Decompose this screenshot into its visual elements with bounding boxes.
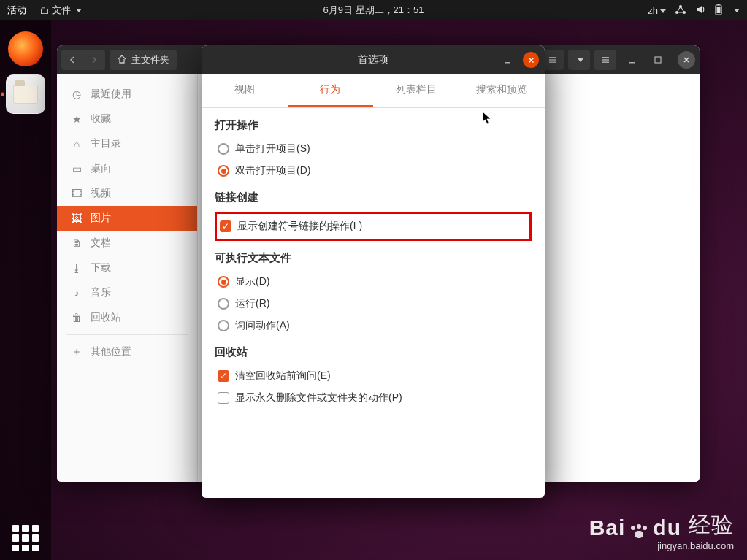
sidebar-item-starred[interactable]: ★收藏 [57, 107, 197, 131]
svg-rect-10 [602, 57, 609, 58]
network-icon[interactable] [675, 4, 686, 17]
file-manager-sidebar: ◷最近使用 ★收藏 ⌂主目录 ▭桌面 🎞视频 🖼图片 🗎文档 ⭳下载 ♪音乐 🗑… [57, 74, 198, 482]
option-label: 显示(D) [235, 275, 269, 288]
sidebar-item-label: 其他位置 [91, 345, 131, 358]
svg-rect-13 [629, 62, 635, 64]
file-menu-label: 文件 [52, 4, 71, 17]
show-applications-button[interactable] [12, 525, 39, 551]
volume-icon[interactable] [695, 4, 705, 17]
sidebar-item-label: 音乐 [91, 286, 111, 299]
window-close-button[interactable] [678, 51, 695, 69]
path-bar[interactable]: 主文件夹 [110, 50, 177, 70]
checkbox-icon: ✓ [220, 220, 231, 232]
option-label: 运行(R) [235, 297, 269, 310]
radio-icon [218, 320, 229, 331]
sidebar-item-label: 回收站 [91, 311, 121, 324]
radio-icon [218, 298, 229, 310]
dialog-close-button[interactable] [523, 52, 539, 68]
option-label: 双击打开项目(D) [235, 164, 310, 177]
watermark-brand-b: du [653, 515, 681, 540]
file-menu[interactable]: 🗀 文件 [39, 4, 82, 17]
radio-display[interactable]: 显示(D) [215, 272, 532, 291]
documents-icon: 🗎 [70, 237, 83, 249]
top-panel: 活动 🗀 文件 6月9日 星期二，21：51 zh [0, 0, 747, 20]
downloads-icon: ⭳ [70, 262, 83, 274]
checkbox-show-symlink[interactable]: ✓显示创建符号链接的操作(L) [220, 218, 526, 234]
svg-rect-11 [602, 59, 609, 61]
option-label: 询问动作(A) [235, 319, 290, 332]
radio-icon [218, 165, 229, 177]
svg-rect-9 [549, 61, 556, 63]
checkbox-icon [218, 392, 229, 404]
activities-button[interactable]: 活动 [7, 4, 26, 17]
tab-list-columns[interactable]: 列表栏目 [373, 74, 459, 107]
path-label: 主文件夹 [131, 53, 169, 66]
window-minimize-button[interactable] [621, 50, 643, 70]
sidebar-item-label: 图片 [91, 212, 111, 225]
svg-rect-12 [602, 61, 609, 63]
watermark-brand-c: 经验 [689, 510, 734, 540]
view-toggle-button[interactable] [542, 50, 564, 70]
option-label: 清空回收站前询问(E) [235, 369, 331, 383]
clock-icon: ◷ [70, 88, 83, 100]
tab-behavior[interactable]: 行为 [288, 74, 374, 107]
sidebar-item-pictures[interactable]: 🖼图片 [57, 206, 197, 231]
sidebar-item-label: 桌面 [91, 162, 111, 175]
option-label: 显示永久删除文件或文件夹的动作(P) [235, 391, 402, 404]
sidebar-item-home[interactable]: ⌂主目录 [57, 131, 197, 156]
sidebar-item-videos[interactable]: 🎞视频 [57, 181, 197, 206]
nav-forward-button[interactable] [83, 50, 105, 70]
firefox-icon [8, 31, 43, 66]
datetime-label[interactable]: 6月9日 星期二，21：51 [323, 4, 424, 17]
svg-rect-5 [717, 7, 721, 13]
sidebar-item-recent[interactable]: ◷最近使用 [57, 82, 197, 107]
watermark: Bai du 经验 jingyan.baidu.com [589, 510, 734, 551]
input-method-indicator[interactable]: zh [648, 5, 666, 16]
nav-back-button[interactable] [61, 50, 83, 70]
view-dropdown-button[interactable] [568, 50, 590, 70]
checkbox-show-delete[interactable]: 显示永久删除文件或文件夹的动作(P) [215, 388, 532, 407]
music-icon: ♪ [70, 287, 83, 299]
preferences-headerbar: 首选项 [202, 45, 545, 74]
preferences-title: 首选项 [358, 53, 388, 66]
sidebar-item-desktop[interactable]: ▭桌面 [57, 156, 197, 181]
trash-icon: 🗑 [70, 312, 83, 323]
dock-firefox[interactable] [6, 29, 45, 69]
dialog-minimize-button[interactable] [499, 52, 516, 68]
sidebar-item-label: 主目录 [91, 137, 121, 150]
radio-double-click[interactable]: 双击打开项目(D) [215, 161, 532, 180]
sidebar-item-label: 文档 [91, 237, 111, 250]
svg-rect-4 [718, 4, 720, 5]
plus-icon: ＋ [70, 345, 83, 358]
sidebar-item-trash[interactable]: 🗑回收站 [57, 305, 197, 330]
preferences-tabs: 视图 行为 列表栏目 搜索和预览 [202, 74, 545, 108]
section-title-executable: 可执行文本文件 [215, 251, 532, 265]
window-maximize-button[interactable] [647, 50, 669, 70]
dock-files[interactable] [6, 74, 45, 114]
checkbox-ask-empty-trash[interactable]: ✓清空回收站前询问(E) [215, 367, 532, 386]
tab-view[interactable]: 视图 [202, 74, 288, 107]
video-icon: 🎞 [70, 188, 83, 199]
sidebar-item-label: 最近使用 [91, 88, 131, 101]
separator [66, 334, 188, 335]
sidebar-item-other-locations[interactable]: ＋其他位置 [57, 340, 197, 364]
radio-run[interactable]: 运行(R) [215, 294, 532, 313]
sidebar-item-documents[interactable]: 🗎文档 [57, 231, 197, 256]
section-title-trash: 回收站 [215, 345, 532, 359]
section-title-link-creation: 链接创建 [215, 191, 532, 204]
folder-icon: 🗀 [39, 5, 49, 16]
home-icon [117, 54, 127, 66]
chevron-down-icon [578, 58, 583, 62]
sidebar-item-downloads[interactable]: ⭳下载 [57, 256, 197, 280]
watermark-url: jingyan.baidu.com [589, 540, 734, 551]
option-label: 单击打开项目(S) [235, 142, 310, 156]
sidebar-item-music[interactable]: ♪音乐 [57, 280, 197, 305]
highlight-box: ✓显示创建符号链接的操作(L) [215, 212, 532, 241]
tab-search-preview[interactable]: 搜索和预览 [459, 74, 545, 107]
battery-icon[interactable] [714, 4, 723, 18]
radio-single-click[interactable]: 单击打开项目(S) [215, 139, 532, 158]
desktop-background: 主文件夹 ◷最近使用 [0, 20, 747, 560]
radio-ask[interactable]: 询问动作(A) [215, 316, 532, 335]
desktop-icon: ▭ [70, 163, 83, 174]
hamburger-menu-button[interactable] [594, 50, 616, 70]
